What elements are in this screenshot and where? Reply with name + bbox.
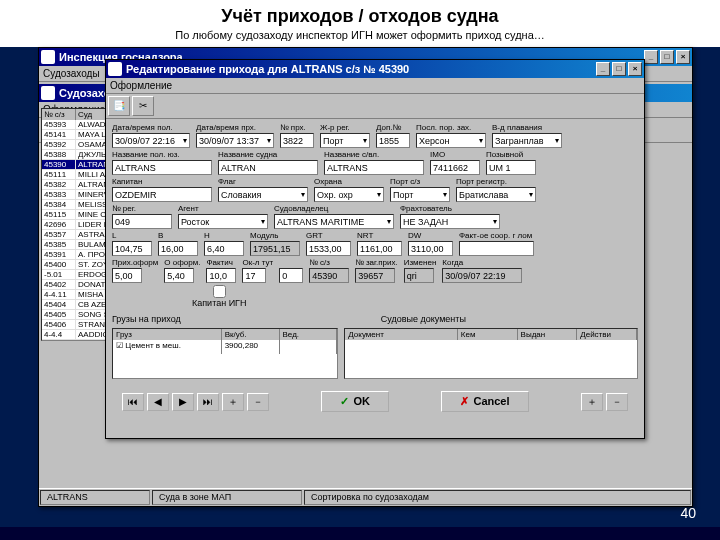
reg-port[interactable]: Братислава <box>456 187 536 202</box>
crew-field[interactable] <box>242 268 266 283</box>
tool-btn[interactable]: ✂ <box>132 96 154 116</box>
col-num: № с/з <box>42 109 76 120</box>
extra-num[interactable] <box>376 133 410 148</box>
nav-del[interactable]: － <box>247 393 269 411</box>
dim-L[interactable] <box>112 241 152 256</box>
label: Название с/вл. <box>324 150 424 159</box>
label: Капитан ИГН <box>192 298 247 308</box>
label: В-д плавания <box>492 123 562 132</box>
arrival-num[interactable] <box>280 133 314 148</box>
nrt-field[interactable] <box>357 241 402 256</box>
menubar-edit[interactable]: Оформление <box>106 78 644 94</box>
nav-bar: ⏮ ◀ ▶ ⏭ ＋ － OK Cancel ＋ － <box>112 385 638 418</box>
voyage-type[interactable]: Загранплав <box>492 133 562 148</box>
last-port[interactable]: Херсон <box>416 133 486 148</box>
cargo-row[interactable]: ☑ Цемент в меш. 3900,280 <box>113 340 337 354</box>
nav-first[interactable]: ⏮ <box>122 393 144 411</box>
label: Посл. пор. зах. <box>416 123 486 132</box>
status-ship: ALTRANS <box>40 490 150 505</box>
col: Действи <box>577 329 637 340</box>
draft-form[interactable] <box>164 268 194 283</box>
date-receive[interactable]: 30/09/07 22:16 <box>112 133 190 148</box>
cargo-title: Грузы на приход <box>112 314 181 324</box>
menu-item[interactable]: Оформление <box>110 80 172 91</box>
journal-reg[interactable]: Порт <box>320 133 370 148</box>
label: GRT <box>306 231 351 240</box>
label: Фрахтователь <box>400 204 500 213</box>
shipowner-field[interactable]: ALTRANS MARITIME <box>274 214 394 229</box>
close-btn[interactable]: × <box>676 50 690 64</box>
statusbar: ALTRANS Суда в зоне МАП Сортировка по су… <box>39 488 692 506</box>
imo-field[interactable] <box>430 160 480 175</box>
label: Агент <box>178 204 268 213</box>
window-edit-arrival: Редактирование прихода для ALTRANS с/з №… <box>105 59 645 439</box>
port-sz[interactable]: Порт <box>390 187 450 202</box>
label: Прих.оформ <box>112 258 158 267</box>
label: DW <box>408 231 453 240</box>
label: Изменен <box>404 258 437 267</box>
close-btn[interactable]: × <box>628 62 642 76</box>
grt-field[interactable] <box>306 241 351 256</box>
pass-field[interactable] <box>279 268 303 283</box>
name-received[interactable] <box>112 160 212 175</box>
nav-del2[interactable]: － <box>606 393 628 411</box>
captain-field[interactable] <box>112 187 212 202</box>
label: B <box>158 231 198 240</box>
label: № заг.прих. <box>355 258 398 267</box>
desktop: Инспекция госнадзора _ □ × Судозаходы Пр… <box>0 47 720 527</box>
label: О оформ. <box>164 258 200 267</box>
ign-checkbox[interactable] <box>192 285 247 298</box>
docs-grid[interactable]: Документ Кем Выдан Действи <box>344 328 638 379</box>
dw-field[interactable] <box>408 241 453 256</box>
changed-by <box>404 268 434 283</box>
col: Выдан <box>518 329 578 340</box>
label: IMO <box>430 150 480 159</box>
flag-field[interactable]: Словакия <box>218 187 308 202</box>
title-text: Редактирование прихода для ALTRANS с/з №… <box>126 63 409 75</box>
ok-button[interactable]: OK <box>321 391 389 412</box>
titlebar-edit[interactable]: Редактирование прихода для ALTRANS с/з №… <box>106 60 644 78</box>
label: Дата/время прх. <box>196 123 274 132</box>
docs-title: Судовые документы <box>381 314 466 324</box>
status-sort: Сортировка по судозаходам <box>304 490 691 505</box>
nav-last[interactable]: ⏭ <box>197 393 219 411</box>
label: Судовладелец <box>274 204 394 213</box>
nav-next[interactable]: ▶ <box>172 393 194 411</box>
label: Охрана <box>314 177 384 186</box>
cargo-grid[interactable]: Груз Вк/уб. Вед. ☑ Цемент в меш. 3900,28… <box>112 328 338 379</box>
nav-prev[interactable]: ◀ <box>147 393 169 411</box>
maximize-btn[interactable]: □ <box>660 50 674 64</box>
minimize-btn[interactable]: _ <box>596 62 610 76</box>
fact-field[interactable] <box>459 241 534 256</box>
callsign-field[interactable] <box>486 160 536 175</box>
draft-arr[interactable] <box>112 268 142 283</box>
tool-btn[interactable]: 📑 <box>108 96 130 116</box>
label: № рег. <box>112 204 172 213</box>
dim-H[interactable] <box>204 241 244 256</box>
cancel-button[interactable]: Cancel <box>441 391 528 412</box>
col: Документ <box>345 329 457 340</box>
label: Капитан <box>112 177 212 186</box>
draft-fact[interactable] <box>206 268 236 283</box>
minimize-btn[interactable]: _ <box>644 50 658 64</box>
menu-item[interactable]: Судозаходы <box>43 68 100 79</box>
dim-B[interactable] <box>158 241 198 256</box>
owner-name[interactable] <box>324 160 424 175</box>
guard-field[interactable]: Охр. охр <box>314 187 384 202</box>
date-arrival[interactable]: 30/09/07 13:37 <box>196 133 274 148</box>
col: Вед. <box>280 329 338 340</box>
col: Груз <box>113 329 222 340</box>
nav-add[interactable]: ＋ <box>222 393 244 411</box>
agent-field[interactable]: Росток <box>178 214 268 229</box>
module-field <box>250 241 300 256</box>
toolbar-edit: 📑 ✂ <box>106 94 644 119</box>
form-body: Дата/время пол.30/09/07 22:16 Дата/время… <box>106 119 644 422</box>
maximize-btn[interactable]: □ <box>612 62 626 76</box>
ship-name[interactable] <box>218 160 318 175</box>
label: NRT <box>357 231 402 240</box>
charterer-field[interactable]: НЕ ЗАДАН <box>400 214 500 229</box>
label: Модуль <box>250 231 300 240</box>
reg-num[interactable] <box>112 214 172 229</box>
nav-add2[interactable]: ＋ <box>581 393 603 411</box>
label: Название пол. юз. <box>112 150 212 159</box>
